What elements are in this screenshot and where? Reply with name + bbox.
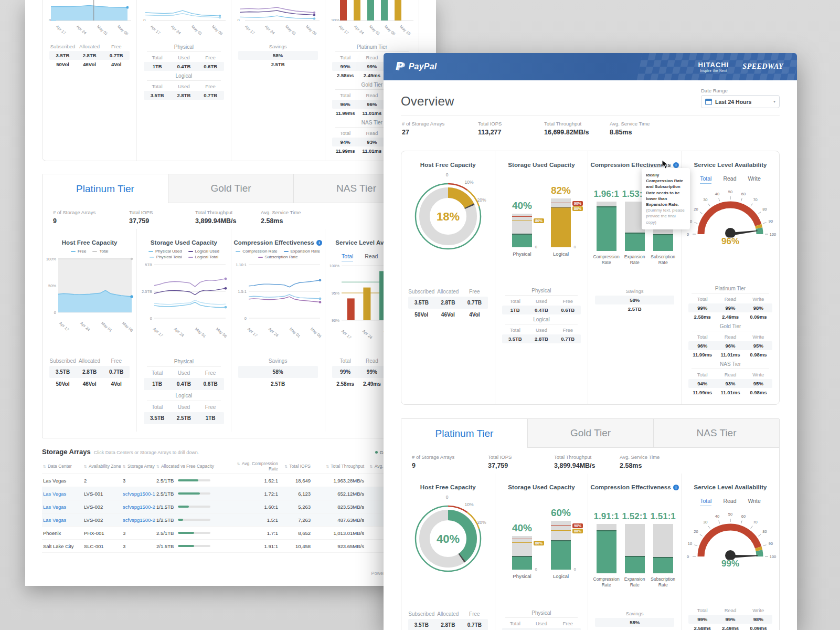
compression-ratio-bars: 1.91:1Compression Rate1.52:1Expansion Ra… — [588, 490, 681, 602]
chart-legend: Physical UsedLogical UsedPhysical TotalL… — [139, 249, 228, 259]
drilldown-link[interactable]: scfvspg1500-2 — [123, 517, 155, 523]
table-row: Las VegasLVS-002scfvspg1500-21/1.5TB1.60… — [42, 500, 419, 513]
svg-text:0: 0 — [244, 316, 246, 321]
drilldown-link[interactable]: Las Vegas — [43, 504, 66, 510]
svg-text:80: 80 — [762, 207, 767, 212]
info-icon[interactable]: i — [316, 240, 322, 246]
sla-tab-write[interactable]: Write — [748, 498, 760, 506]
overview-card: Host Free Capacity 18%010%20% Subscribed… — [401, 151, 780, 405]
sort-icon[interactable]: ⇅ — [370, 465, 373, 468]
svg-text:0: 0 — [150, 316, 152, 321]
svg-text:40: 40 — [715, 514, 719, 519]
svg-text:18%: 18% — [437, 210, 460, 223]
table-row: 3.5TB2.8TB0.7TB — [408, 619, 488, 630]
compression-lines-fragment — [239, 0, 317, 21]
sla-tab-read[interactable]: Read — [723, 498, 736, 506]
subscribed-table: SubscribedAllocatedFree3.5TB2.8TB0.7TB50… — [401, 287, 495, 321]
tier-tab-nas-tier[interactable]: NAS Tier — [653, 419, 779, 448]
table-row: 2.5TB — [238, 60, 318, 69]
svg-text:0: 0 — [687, 554, 689, 559]
sla-tab-total[interactable]: Total — [700, 175, 711, 184]
back-compression-chart-col: Compression Effectivenessi Compression R… — [231, 229, 325, 353]
metric: Total Throughput16,699.82MB/s — [544, 121, 610, 136]
sla-tab-write[interactable]: Write — [748, 175, 760, 184]
savings-table: Savings58%2.5TB — [231, 42, 325, 69]
info-icon[interactable]: i — [673, 162, 679, 168]
x-axis — [245, 20, 320, 21]
table-row: PhoenixPHX-00132.5/1TB1.7:18,6521,013.01… — [42, 527, 419, 540]
table-row: 50Vol46Vol4Vol — [408, 309, 488, 321]
svg-text:10%: 10% — [464, 502, 473, 507]
drilldown-link[interactable]: Las Vegas — [43, 517, 66, 523]
sla-tab-total[interactable]: Total — [342, 253, 353, 261]
subscribed-table: SubscribedAllocatedFree3.5TB2.8TB0.7TB50… — [42, 356, 136, 390]
sla-tab-total[interactable]: Total — [700, 498, 711, 506]
sla-tab-read[interactable]: Read — [365, 253, 378, 261]
table-row: Las VegasLVS-001scfvspg1500-12.5/1TB1.72… — [42, 487, 419, 500]
svg-text:30: 30 — [703, 520, 707, 524]
metric: # of Storage Arrays9 — [412, 454, 488, 469]
info-icon[interactable]: i — [673, 485, 679, 490]
svg-text:95%: 95% — [332, 291, 339, 296]
date-range-select[interactable]: Last 24 Hours ▾ — [701, 95, 780, 108]
sla-col: Service Level Availability TotalReadWrit… — [681, 151, 779, 404]
sort-icon[interactable]: ⇅ — [43, 465, 46, 468]
svg-text:50: 50 — [728, 190, 732, 194]
table-header-row: TotalUsedFree — [144, 82, 224, 91]
back-frag-host-free: 0 Apr 17Apr 24May 01May 08 SubscribedAll… — [42, 0, 136, 161]
sort-icon[interactable]: ⇅ — [123, 465, 126, 468]
host-free-area-fragment — [50, 0, 129, 21]
sort-icon[interactable]: ⇅ — [156, 465, 160, 468]
sla-gauge: 010203040506070809010096% — [682, 184, 779, 284]
drilldown-link[interactable]: scfvspg1500-1 — [123, 491, 155, 497]
sort-icon[interactable]: ⇅ — [326, 465, 329, 468]
chart-title: Service Level Availability — [682, 162, 779, 168]
sla-tab-read[interactable]: Read — [723, 175, 736, 184]
powered-by-footer: Powered by — [42, 555, 419, 576]
physical-logical-table: PhysicalTotalUsedFree1TB0.4TB0.6TBLogica… — [137, 357, 230, 424]
svg-text:60: 60 — [741, 192, 746, 196]
storage-arrays-table: ⇅Data Center⇅Availability Zone⇅Storage A… — [42, 461, 419, 553]
table-header-row: Savings — [238, 356, 318, 366]
capacity-bar-physical: 40%80%0Physical — [512, 214, 532, 247]
storage-used-line-chart: 5TB2.5TB0 — [139, 259, 229, 326]
ratio-bar: 1.96:1Compression Rate — [597, 202, 616, 251]
chart-title: Storage Used Capacity — [495, 162, 588, 168]
sort-icon[interactable]: ⇅ — [237, 462, 240, 466]
table-row: 58% — [238, 366, 318, 378]
back-storage-used-chart-col: Storage Used Capacity Physical UsedLogic… — [136, 229, 230, 353]
host-free-area-chart: 100%50%0 — [45, 254, 135, 320]
svg-text:30: 30 — [703, 197, 707, 202]
tier-tab-gold-tier[interactable]: Gold Tier — [168, 174, 293, 203]
sort-icon[interactable]: ⇅ — [284, 465, 288, 468]
svg-text:1.10:1: 1.10:1 — [236, 262, 247, 267]
svg-text:100: 100 — [770, 554, 777, 559]
host-free-col: Host Free Capacity 18%010%20% Subscribed… — [401, 151, 495, 404]
table-row: 99%99%98% — [688, 615, 772, 624]
table-header-row: Savings — [238, 42, 318, 51]
table-row: 94%93%95% — [688, 379, 772, 388]
tier-tab-gold-tier[interactable]: Gold Tier — [527, 419, 653, 448]
paypal-wordmark: PayPal — [409, 62, 437, 71]
sort-icon[interactable]: ⇅ — [84, 465, 87, 468]
chart-legend: FreeTotal — [71, 249, 108, 254]
host-free-donut: 40%010%20% — [401, 490, 495, 602]
drilldown-link[interactable]: Las Vegas — [43, 491, 66, 497]
table-row: 3.5TB2.8TB0.7TB — [49, 51, 130, 60]
svg-text:0: 0 — [445, 172, 448, 177]
calendar-icon — [705, 99, 712, 105]
ratio-bar: 1.52:1Expansion Rate — [625, 524, 645, 573]
background-dashboard-window: 0 Apr 17Apr 24May 01May 08 SubscribedAll… — [25, 0, 436, 586]
back-tier-card: Platinum TierGold TierNAS Tier # of Stor… — [42, 174, 419, 438]
svg-text:100%: 100% — [329, 264, 340, 268]
metric: Total Throughput3,899.94MB/s — [195, 209, 261, 225]
table-row: 1TB0.4TB0.6TB — [502, 306, 581, 314]
svg-text:20%: 20% — [477, 520, 486, 525]
svg-text:20: 20 — [694, 207, 698, 212]
table-header-row: SubscribedAllocatedFree — [408, 287, 488, 297]
drilldown-link[interactable]: scfvspg1500-2 — [123, 504, 155, 510]
sla-tab-bar: TotalReadWrite — [682, 498, 779, 506]
svg-text:50%: 50% — [48, 284, 56, 288]
tier-tab-platinum-tier[interactable]: Platinum Tier — [401, 419, 527, 448]
tier-tab-platinum-tier[interactable]: Platinum Tier — [42, 174, 168, 203]
